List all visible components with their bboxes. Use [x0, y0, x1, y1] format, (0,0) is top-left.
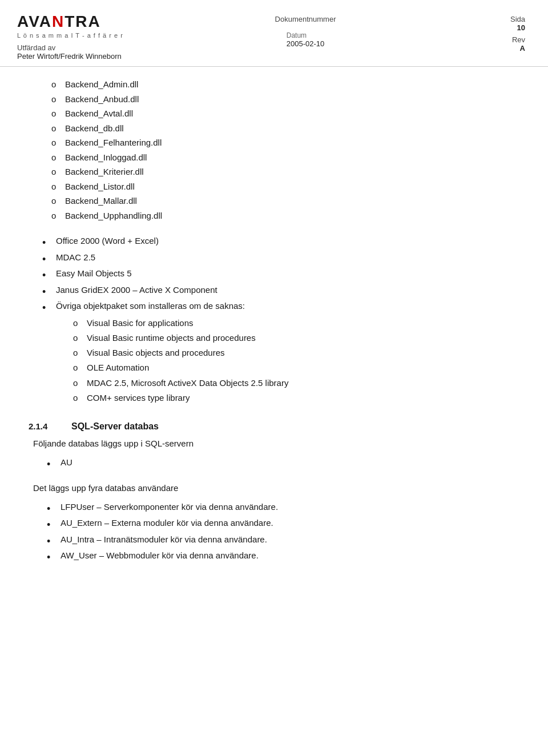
dll-item: Backend_Admin.dll — [51, 77, 519, 92]
bullet-item: Övriga objektpaket som installeras om de… — [40, 298, 519, 405]
bullet-item: Office 2000 (Word + Excel) — [40, 233, 519, 250]
header-right: Sida 10 Rev A — [480, 13, 525, 53]
logo-text: AVANTRA — [17, 13, 101, 31]
section-number: 2.1.4 — [29, 421, 60, 431]
db-item: AU — [45, 455, 519, 471]
section-body: Följande databas läggs upp i SQL-servern… — [29, 436, 519, 564]
bullet-item: Janus GridEX 2000 – Active X Component — [40, 282, 519, 299]
header-left: AVANTRA L ö n s a m m a I T - a f f ä r … — [17, 13, 131, 61]
sub-o-item: COM+ services type library — [73, 391, 519, 405]
bullet-list: Office 2000 (Word + Excel)MDAC 2.5Easy M… — [29, 233, 519, 405]
dll-item: Backend_db.dll — [51, 121, 519, 136]
logo-slogan: L ö n s a m m a I T - a f f ä r e r — [17, 32, 123, 39]
user-item: AU_Intra – Intranätsmoduler kör via denn… — [45, 532, 519, 548]
content: Backend_Admin.dllBackend_Anbud.dllBacken… — [0, 67, 548, 587]
section-heading-row: 2.1.4 SQL-Server databas — [29, 421, 519, 432]
dll-item: Backend_Listor.dll — [51, 179, 519, 194]
section-title: SQL-Server databas — [71, 421, 159, 432]
rev-label: Rev — [512, 35, 525, 44]
dll-item: Backend_Felhantering.dll — [51, 135, 519, 150]
issued-label: Utfärdad av — [17, 43, 131, 52]
issued-value: Peter Wirtoft/Fredrik Winneborn — [17, 52, 131, 61]
page-label: Sida — [510, 15, 525, 23]
dll-item: Backend_Avtal.dll — [51, 106, 519, 121]
logo-pre: AVA — [17, 13, 52, 30]
sub-o-item: Visual Basic runtime objects and procedu… — [73, 331, 519, 345]
sub-o-item: MDAC 2.5, Microsoft ActiveX Data Objects… — [73, 376, 519, 391]
sub-o-item: Visual Basic objects and procedures — [73, 345, 519, 360]
date-label: Datum — [287, 31, 325, 39]
user-items-list: LFPUser – Serverkomponenter kör via denn… — [33, 499, 519, 564]
logo-container: AVANTRA L ö n s a m m a I T - a f f ä r … — [17, 13, 131, 39]
db-items-list: AU — [33, 455, 519, 471]
section-block: 2.1.4 SQL-Server databas Följande databa… — [29, 421, 519, 564]
page: AVANTRA L ö n s a m m a I T - a f f ä r … — [0, 0, 548, 756]
dll-item: Backend_Kriterier.dll — [51, 164, 519, 179]
logo-post: TRA — [65, 13, 101, 30]
section-intro: Följande databas läggs upp i SQL-servern — [33, 436, 519, 451]
user-item: AU_Extern – Externa moduler kör via denn… — [45, 515, 519, 532]
dll-list: Backend_Admin.dllBackend_Anbud.dllBacken… — [29, 77, 519, 223]
bullet-item: Easy Mail Objects 5 — [40, 266, 519, 282]
dll-item: Backend_Upphandling.dll — [51, 208, 519, 223]
sub-o-item: OLE Automation — [73, 360, 519, 375]
users-intro: Det läggs upp fyra databas användare — [33, 481, 519, 496]
dll-item: Backend_Mallar.dll — [51, 194, 519, 208]
user-item: LFPUser – Serverkomponenter kör via denn… — [45, 499, 519, 516]
logo-avantra: AVANTRA — [17, 13, 101, 31]
doc-label: Dokumentnummer — [275, 15, 336, 23]
bullet-item: MDAC 2.5 — [40, 250, 519, 266]
header-center: Dokumentnummer Datum 2005-02-10 — [131, 13, 480, 48]
dll-item: Backend_Inloggad.dll — [51, 150, 519, 165]
page-value: 10 — [517, 23, 525, 32]
sub-o-item: Visual Basic for applications — [73, 316, 519, 331]
user-item: AW_User – Webbmoduler kör via denna anvä… — [45, 548, 519, 564]
sub-o-list: Visual Basic for applicationsVisual Basi… — [56, 316, 519, 406]
rev-value: A — [520, 44, 525, 53]
date-value: 2005-02-10 — [287, 39, 325, 48]
dll-item: Backend_Anbud.dll — [51, 92, 519, 107]
logo-red-n: N — [52, 13, 65, 30]
header: AVANTRA L ö n s a m m a I T - a f f ä r … — [0, 0, 548, 67]
